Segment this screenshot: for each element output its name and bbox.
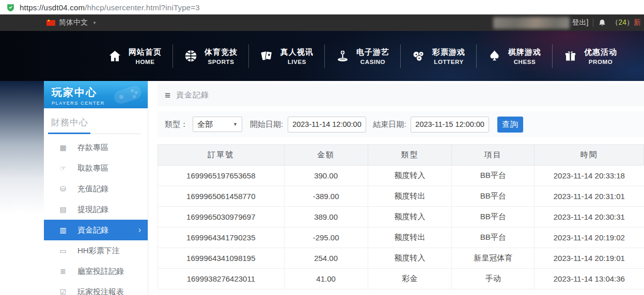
chevron-down-icon: ▼ <box>92 21 97 25</box>
cell-time: 2023-11-14 20:19:02 <box>535 227 644 248</box>
language-selector[interactable]: 简体中文 ▼ <box>46 18 97 27</box>
header-order-number: 訂單號 <box>158 145 285 166</box>
cell-item: BB平台 <box>452 166 535 186</box>
hamburger-menu-icon[interactable]: ≡ <box>165 90 170 100</box>
list-icon: ≣ <box>58 267 68 275</box>
topbar-divider <box>593 19 593 27</box>
home-icon <box>108 49 122 63</box>
cell-time: 2023-11-14 20:31:01 <box>535 186 644 207</box>
table-row: 1699964341790235 -295.00 额度转出 BB平台 2023-… <box>158 227 644 248</box>
sidebar-item-funds-record[interactable]: ▥ 資金記錄 › <box>44 220 148 240</box>
main-nav: 网站首页HOME 体育竞技SPORTS 真人视讯LIVES 电子游艺CASINO… <box>0 31 644 81</box>
sidebar-item-hh-lottery-bets[interactable]: ▭ HH彩票下注 <box>44 240 148 261</box>
sidebar-section-title: 財務中心 <box>44 108 148 128</box>
sidebar-item-withdraw[interactable]: ☞ 取款專區 <box>44 158 148 178</box>
cell-item: BB平台 <box>452 207 535 227</box>
filter-bar: 類型： 全部 ▼ 開始日期: 結束日期: 查詢 <box>158 111 644 137</box>
cell-amount: 41.00 <box>284 269 368 289</box>
header-time: 時間 <box>535 145 644 166</box>
deposit-icon: ▦ <box>58 143 68 152</box>
nav-item-home[interactable]: 网站首页HOME <box>97 47 172 65</box>
records-table-body: 1699965197653658 390.00 额度转入 BB平台 2023-1… <box>158 166 644 289</box>
nav-item-lives[interactable]: 真人视讯LIVES <box>249 47 324 65</box>
cell-type: 额度转入 <box>368 166 452 186</box>
wallet-icon: ▤ <box>58 205 68 214</box>
cell-time: 2023-11-14 20:30:31 <box>535 207 644 227</box>
sidebar-menu: ▦ 存款專區 ☞ 取款專區 ⛁ 充值記錄 ▤ 提現記錄 ▥ 資金記錄 › ▭ <box>44 137 148 295</box>
table-row: 1699965197653658 390.00 额度转入 BB平台 2023-1… <box>158 166 644 186</box>
sidebar-item-deposit[interactable]: ▦ 存款專區 <box>44 137 148 158</box>
cell-amount: -295.00 <box>284 227 368 248</box>
type-filter-label: 類型： <box>165 120 188 129</box>
table-row: 1699965030979697 389.00 额度转入 BB平台 2023-1… <box>158 207 644 227</box>
logout-link[interactable]: 登出] <box>572 18 589 27</box>
type-select-value: 全部 <box>197 120 213 129</box>
browser-address-bar[interactable]: https://usdt04.com/hhcp/usercenter.html?… <box>0 0 644 14</box>
section-underline <box>48 134 140 134</box>
hand-money-icon: ☞ <box>58 164 68 172</box>
username-redacted <box>493 17 570 29</box>
page-body: 玩家中心 PLAYERS CENTER 財務中心 ▦ 存款專區 ☞ 取款專區 ⛁… <box>0 81 644 295</box>
cell-type: 额度转出 <box>368 186 452 207</box>
roulette-icon <box>336 49 350 63</box>
end-date-label: 結束日期: <box>373 120 406 129</box>
header-type: 類型 <box>368 145 452 166</box>
gift-icon <box>563 49 577 63</box>
cell-type: 额度转入 <box>368 248 452 269</box>
end-date-input[interactable] <box>411 117 489 133</box>
cell-item: 手动 <box>452 269 535 289</box>
nav-item-lottery[interactable]: 彩票游戏LOTTERY <box>401 47 476 65</box>
chevron-right-icon: › <box>138 225 141 235</box>
nav-item-sports[interactable]: 体育竞技SPORTS <box>173 47 248 65</box>
lottery-balls-icon <box>412 49 426 63</box>
cell-order-number: 1699938276423011 <box>158 269 285 289</box>
cell-amount: -389.00 <box>284 186 368 207</box>
new-message-badge[interactable]: （24）新 <box>611 18 641 27</box>
bell-icon[interactable] <box>598 19 606 27</box>
report-checkbox-icon: ☑ <box>58 288 68 295</box>
table-header-row: 訂單號 金額 類型 項目 時間 <box>158 145 644 166</box>
cell-type: 额度转出 <box>368 227 452 248</box>
breadcrumb: ≡ 資金記錄 <box>158 84 644 106</box>
sidebar-item-recharge-record[interactable]: ⛁ 充值記錄 <box>44 178 148 199</box>
header-amount: 金額 <box>284 145 368 166</box>
page-title: 資金記錄 <box>176 90 209 100</box>
cell-type: 彩金 <box>368 269 452 289</box>
cell-item: BB平台 <box>452 227 535 248</box>
search-button[interactable]: 查詢 <box>497 117 523 133</box>
china-flag-icon <box>46 20 55 26</box>
start-date-input[interactable] <box>288 117 366 133</box>
sidebar-item-hall-bet-record[interactable]: ≣ 廳室投註記錄 <box>44 261 148 282</box>
sidebar-item-player-bet-report[interactable]: ☑ 玩家投注報表 <box>44 282 148 295</box>
cell-amount: 390.00 <box>284 166 368 186</box>
cell-type: 额度转入 <box>368 207 452 227</box>
nav-item-promo[interactable]: 优惠活动PROMO <box>553 47 628 65</box>
cell-order-number: 1699964341098195 <box>158 248 285 269</box>
secure-shield-icon <box>6 3 15 12</box>
cell-order-number: 1699965197653658 <box>158 166 285 186</box>
url-text: https://usdt04.com/hhcp/usercenter.html?… <box>20 3 200 12</box>
table-row: 1699965061458770 -389.00 额度转出 BB平台 2023-… <box>158 186 644 207</box>
language-label: 简体中文 <box>59 18 88 27</box>
cell-time: 2023-11-14 20:33:18 <box>535 166 644 186</box>
playing-cards-icon <box>260 49 274 63</box>
basketball-icon <box>184 49 198 63</box>
ticket-icon: ▭ <box>58 247 68 255</box>
banknotes-icon: ▥ <box>58 226 68 234</box>
cell-order-number: 1699964341790235 <box>158 227 285 248</box>
money-bag-icon: ⛁ <box>58 185 68 193</box>
type-select[interactable]: 全部 ▼ <box>193 117 242 132</box>
top-utility-bar: 简体中文 ▼ 登出] （24）新 <box>0 14 644 31</box>
cell-item: BB平台 <box>452 186 535 207</box>
nav-item-casino[interactable]: 电子游艺CASINO <box>325 47 400 65</box>
cell-amount: 389.00 <box>284 207 368 227</box>
cell-time: 2023-11-14 13:04:36 <box>535 269 644 289</box>
table-row: 1699938276423011 41.00 彩金 手动 2023-11-14 … <box>158 269 644 289</box>
cell-amount: 254.00 <box>284 248 368 269</box>
cell-order-number: 1699965030979697 <box>158 207 285 227</box>
sidebar-item-withdrawal-record[interactable]: ▤ 提現記錄 <box>44 199 148 220</box>
start-date-label: 開始日期: <box>250 120 283 129</box>
cell-item: 新皇冠体育 <box>452 248 535 269</box>
nav-item-chess[interactable]: 棋牌游戏CHESS <box>477 47 552 65</box>
cell-time: 2023-11-14 20:19:01 <box>535 248 644 269</box>
